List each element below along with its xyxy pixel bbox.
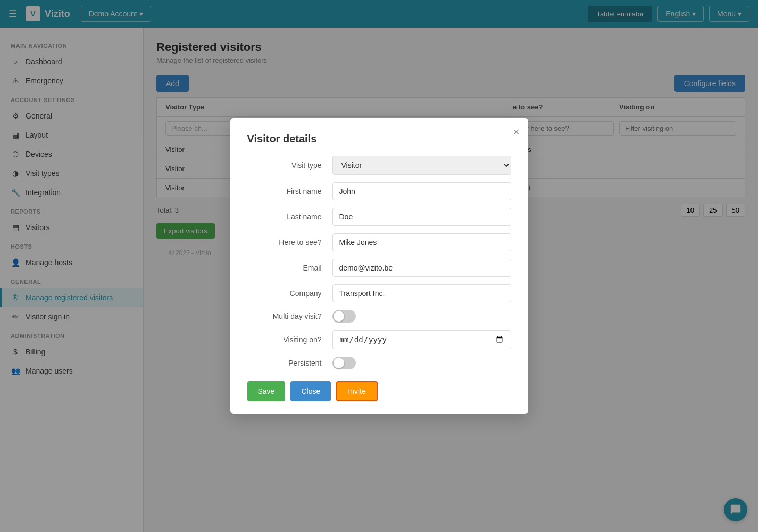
email-label: Email: [247, 264, 332, 272]
visiting-on-label: Visiting on?: [247, 335, 332, 344]
first-name-input[interactable]: [332, 182, 511, 200]
company-label: Company: [247, 289, 332, 298]
form-row-email: Email: [247, 259, 511, 277]
form-row-multi-day: Multi day visit?: [247, 310, 511, 323]
last-name-input[interactable]: [332, 208, 511, 226]
form-row-company: Company: [247, 284, 511, 302]
close-button[interactable]: Close: [290, 381, 331, 401]
visitor-details-modal: Visitor details × Visit type Visitor Fir…: [230, 118, 528, 414]
persistent-label: Persistent: [247, 359, 332, 367]
here-to-see-label: Here to see?: [247, 238, 332, 247]
form-row-visiting-on: Visiting on?: [247, 330, 511, 349]
save-button[interactable]: Save: [247, 381, 286, 401]
form-row-persistent: Persistent: [247, 357, 511, 369]
last-name-label: Last name: [247, 213, 332, 221]
form-row-visit-type: Visit type Visitor: [247, 156, 511, 175]
toggle-track[interactable]: [332, 310, 356, 323]
visit-type-label: Visit type: [247, 161, 332, 170]
visiting-on-input[interactable]: [332, 330, 511, 349]
modal-close-button[interactable]: ×: [513, 126, 520, 137]
form-row-here-to-see: Here to see?: [247, 233, 511, 251]
multi-day-label: Multi day visit?: [247, 312, 332, 320]
persistent-toggle-track[interactable]: [332, 357, 356, 369]
modal-title: Visitor details: [247, 133, 511, 145]
company-input[interactable]: [332, 284, 511, 302]
form-row-last-name: Last name: [247, 208, 511, 226]
persistent-toggle[interactable]: [332, 357, 356, 369]
here-to-see-input[interactable]: [332, 233, 511, 251]
email-input[interactable]: [332, 259, 511, 277]
modal-overlay[interactable]: Visitor details × Visit type Visitor Fir…: [0, 0, 758, 532]
visit-type-select[interactable]: Visitor: [332, 156, 511, 175]
multi-day-toggle[interactable]: [332, 310, 356, 323]
first-name-label: First name: [247, 187, 332, 196]
invite-button[interactable]: Invite: [336, 381, 377, 401]
modal-footer: Save Close Invite: [247, 381, 511, 401]
form-row-first-name: First name: [247, 182, 511, 200]
